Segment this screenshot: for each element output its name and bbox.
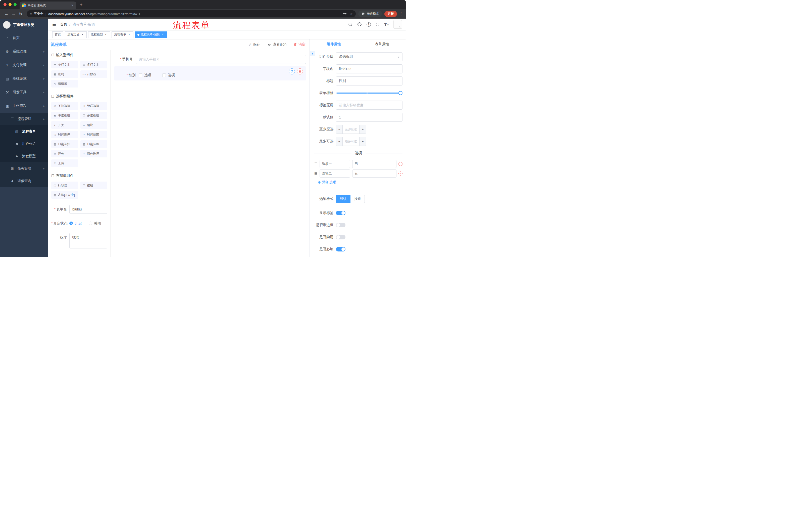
tag-process-form-edit[interactable]: 流程表单-编辑 × [135, 31, 167, 38]
sidebar-item-task-management[interactable]: ⊞ 任务管理 ∨ [0, 162, 48, 175]
palette-item-editor[interactable]: ✎编辑器 [51, 80, 78, 87]
decrease-button[interactable]: − [336, 137, 343, 145]
reload-button[interactable]: ↻ [17, 11, 24, 16]
default-value-input[interactable] [336, 113, 403, 122]
sidebar-item-devtools[interactable]: ⚒ 研发工具 ∨ [0, 85, 48, 99]
palette-item-color-picker[interactable]: ◑颜色选择 [80, 150, 108, 157]
palette-item-switch[interactable]: ◐开关 [51, 121, 78, 129]
tag-close-icon[interactable]: × [161, 33, 165, 36]
tab-component-props[interactable]: 组件属性 [310, 39, 358, 49]
clear-button[interactable]: 清空 [293, 42, 306, 47]
palette-item-rate[interactable]: ☆评分 [51, 150, 78, 157]
checkbox-option-1[interactable]: 选项一 [139, 73, 155, 77]
canvas-field-gender-selected[interactable]: *性别 选项一 选项二 [114, 66, 306, 80]
tag-close-icon[interactable]: × [104, 33, 108, 36]
sidebar-item-process-form[interactable]: ▤ 流程表单 [0, 125, 48, 138]
chrome-update-button[interactable]: 更新 [384, 11, 397, 17]
form-name-input[interactable] [69, 205, 107, 214]
browser-menu-icon[interactable]: ⋮ [399, 11, 403, 16]
sidebar-item-infrastructure[interactable]: ▤ 基础设施 ∨ [0, 72, 48, 85]
tab-close-icon[interactable]: × [70, 3, 75, 7]
palette-item-single-line-text[interactable]: ▭单行文本 [51, 61, 78, 69]
security-label[interactable]: 不安全 [34, 11, 44, 16]
style-button-button[interactable]: 按钮 [350, 195, 365, 203]
tag-home[interactable]: 首页 [52, 31, 63, 38]
tag-process-definition[interactable]: 流程定义 × [65, 31, 87, 38]
option-2-label-input[interactable] [320, 169, 350, 178]
sidebar-item-payment[interactable]: ¥ 支付管理 ∨ [0, 58, 48, 72]
fullscreen-icon[interactable] [376, 22, 380, 26]
help-icon[interactable]: ? [367, 22, 371, 27]
tag-close-icon[interactable]: × [81, 33, 84, 36]
palette-item-button[interactable]: ☐按钮 [80, 182, 108, 189]
grid-slider[interactable] [336, 88, 403, 98]
option-1-value-input[interactable] [352, 160, 397, 168]
sidebar-item-system[interactable]: ⚙ 系统管理 ∨ [0, 45, 48, 58]
back-button[interactable]: ← [3, 11, 10, 16]
drag-handle-icon[interactable]: ☰ [314, 162, 318, 166]
palette-item-table[interactable]: ▦表格[开发中] [51, 191, 78, 199]
sidebar-item-user-group[interactable]: ☻ 用户分组 [0, 138, 48, 150]
remove-option-button[interactable]: − [399, 162, 403, 166]
required-switch[interactable] [336, 247, 345, 251]
github-icon[interactable] [357, 22, 362, 27]
password-key-icon[interactable] [343, 12, 347, 16]
palette-item-date-range[interactable]: ▩日期范围 [80, 140, 108, 148]
option-1-label-input[interactable] [320, 160, 350, 168]
palette-item-date-picker[interactable]: ▦日期选择 [51, 140, 78, 148]
drag-handle-icon[interactable]: ☰ [314, 171, 318, 175]
palette-item-counter[interactable]: 123计数器 [80, 71, 108, 78]
sidebar-item-home[interactable]: ◔ 首页 [0, 31, 48, 45]
tag-process-form[interactable]: 流程表单 × [112, 31, 134, 38]
palette-item-checkbox-group[interactable]: ☑多选框组 [80, 112, 108, 119]
field-name-input[interactable] [336, 64, 403, 74]
palette-item-cascader[interactable]: ⊞级联选择 [80, 102, 108, 110]
window-close-button[interactable] [3, 3, 6, 6]
min-select-placeholder[interactable]: 至少应选 [343, 125, 359, 134]
palette-item-row-container[interactable]: ▢行容器 [51, 182, 78, 189]
delete-field-button[interactable] [297, 69, 303, 75]
breadcrumb-home[interactable]: 首页 [60, 22, 67, 27]
max-select-placeholder[interactable]: 最多可选 [343, 137, 359, 145]
view-json-button[interactable]: 查看json [267, 42, 286, 47]
title-input[interactable] [336, 77, 403, 85]
show-label-switch[interactable] [336, 211, 345, 215]
sidebar-item-process-model[interactable]: ➤ 流程模型 [0, 150, 48, 162]
tab-form-props[interactable]: 表单属性 [358, 39, 406, 49]
palette-item-slider[interactable]: ↔滑块 [80, 121, 108, 129]
checkbox-option-2[interactable]: 选项二 [162, 73, 178, 77]
sidebar-toggle-icon[interactable]: ☰ [52, 22, 56, 27]
font-size-icon[interactable]: TT [384, 22, 389, 27]
window-zoom-button[interactable] [13, 3, 17, 6]
address-bar[interactable]: ⚠ 不安全 | dashboard.yudao.iocoder.cn/bpm/m… [27, 10, 356, 17]
save-button[interactable]: ✓ 保存 [249, 42, 260, 47]
option-2-value-input[interactable] [352, 169, 397, 178]
sidebar-item-process-management[interactable]: ☰ 流程管理 ∧ [0, 113, 48, 125]
canvas-field-phone[interactable]: *手机号 [114, 55, 306, 64]
palette-item-select[interactable]: ◎下拉选择 [51, 102, 78, 110]
copy-field-button[interactable] [289, 69, 295, 75]
tag-close-icon[interactable]: × [127, 33, 131, 36]
status-on-radio[interactable]: 开启 [69, 219, 82, 228]
palette-item-multi-line-text[interactable]: ▤多行文本 [80, 61, 108, 69]
increase-button[interactable]: + [359, 125, 366, 134]
label-width-input[interactable] [336, 101, 403, 110]
border-switch[interactable] [336, 223, 345, 227]
remove-option-button[interactable]: − [399, 171, 403, 175]
form-remark-textarea[interactable]: 嘿嘿 [69, 233, 107, 248]
phone-input[interactable] [136, 55, 306, 64]
component-type-select[interactable]: 多选框组 ∨ [336, 52, 403, 61]
add-option-button[interactable]: ⊕ 添加选项 [318, 180, 403, 185]
decrease-button[interactable]: − [336, 125, 343, 134]
link-field-button[interactable] [310, 51, 315, 56]
browser-tab[interactable]: 芋道管理系统 × [20, 1, 76, 9]
tag-process-model[interactable]: 流程模型 × [88, 31, 110, 38]
window-minimize-button[interactable] [8, 3, 11, 6]
sidebar-item-workflow[interactable]: ▣ 工作流程 ∧ [0, 99, 48, 113]
user-avatar[interactable] [394, 20, 402, 29]
forward-button[interactable]: → [10, 11, 17, 16]
palette-item-upload[interactable]: ⇧上传 [51, 159, 78, 167]
palette-item-radio-group[interactable]: ◉单选框组 [51, 112, 78, 119]
sidebar-item-leave-query[interactable]: ♟ 请假查询 [0, 175, 48, 187]
palette-item-time-picker[interactable]: ◷时间选择 [51, 131, 78, 138]
